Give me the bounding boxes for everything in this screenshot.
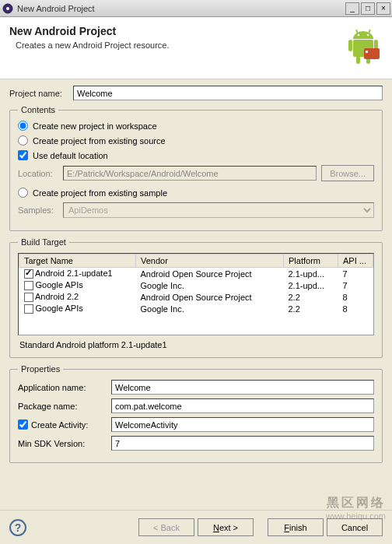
svg-point-9 (358, 34, 360, 37)
target-row[interactable]: Android 2.1-update1 Android Open Source … (19, 268, 373, 280)
project-name-label: Project name: (9, 89, 73, 98)
minimize-button[interactable]: _ (345, 2, 359, 15)
back-button: < Back (138, 518, 194, 536)
dialog-header: New Android Project Creates a new Androi… (0, 17, 392, 79)
radio-existing-source-label: Create project from existing source (33, 136, 166, 146)
package-name-label: Package name: (18, 402, 111, 411)
target-checkbox[interactable] (24, 293, 33, 302)
properties-legend: Properties (18, 364, 63, 374)
package-name-input[interactable] (111, 398, 374, 413)
svg-line-7 (356, 30, 358, 33)
svg-point-1 (6, 7, 9, 10)
build-target-status: Standard Android platform 2.1-update1 (18, 340, 374, 349)
cancel-button[interactable]: Cancel (327, 518, 383, 536)
contents-legend: Contents (18, 105, 58, 114)
target-checkbox[interactable] (24, 304, 33, 314)
samples-label: Samples: (18, 205, 63, 215)
location-input (63, 166, 317, 181)
android-icon (344, 25, 383, 72)
radio-new-workspace-label: Create new project in workspace (33, 121, 157, 131)
col-api[interactable]: API ... (338, 254, 373, 268)
target-row[interactable]: Google APIs Google Inc. 2.2 8 (19, 303, 373, 314)
app-name-input[interactable] (111, 380, 374, 395)
svg-rect-3 (348, 40, 352, 51)
radio-existing-sample[interactable] (18, 188, 28, 198)
radio-new-workspace[interactable] (18, 121, 28, 131)
build-target-group: Build Target Target Name Vendor Platform… (9, 237, 383, 358)
samples-select: ApiDemos (63, 202, 374, 218)
help-icon[interactable]: ? (9, 519, 26, 536)
target-checkbox[interactable] (24, 281, 33, 290)
properties-group: Properties Application name: Package nam… (9, 364, 383, 463)
location-label: Location: (18, 169, 63, 178)
col-target-name[interactable]: Target Name (19, 254, 136, 268)
svg-rect-5 (356, 56, 360, 64)
col-vendor[interactable]: Vendor (136, 254, 284, 268)
svg-rect-11 (364, 48, 380, 59)
svg-line-8 (369, 30, 370, 33)
dialog-footer: ? < Back Next > Finish Cancel (0, 510, 392, 544)
project-name-input[interactable] (73, 86, 383, 100)
build-target-table[interactable]: Target Name Vendor Platform API ... Andr… (18, 253, 374, 335)
svg-rect-12 (366, 51, 368, 53)
min-sdk-label: Min SDK Version: (18, 439, 111, 448)
titlebar: New Android Project _ □ × (0, 0, 392, 17)
page-subtitle: Creates a new Android Project resource. (16, 40, 383, 50)
svg-point-10 (367, 34, 369, 37)
contents-group: Contents Create new project in workspace… (9, 105, 383, 231)
checkbox-default-location[interactable] (18, 150, 28, 160)
maximize-button[interactable]: □ (361, 2, 375, 15)
min-sdk-input[interactable] (111, 436, 374, 451)
finish-button[interactable]: Finish (268, 518, 324, 536)
project-name-row: Project name: (9, 86, 383, 100)
col-platform[interactable]: Platform (284, 254, 338, 268)
eclipse-icon (2, 2, 14, 15)
target-row[interactable]: Android 2.2 Android Open Source Project … (19, 291, 373, 303)
radio-existing-sample-label: Create project from existing sample (33, 188, 167, 198)
checkbox-default-location-label: Use default location (33, 151, 108, 160)
target-checkbox[interactable] (24, 269, 33, 279)
build-target-legend: Build Target (18, 237, 69, 247)
target-row[interactable]: Google APIs Google Inc. 2.1-upd... 7 (19, 279, 373, 291)
create-activity-checkbox[interactable] (18, 419, 28, 430)
app-name-label: Application name: (18, 383, 111, 392)
close-button[interactable]: × (376, 2, 390, 15)
create-activity-label: Create Activity: (31, 420, 88, 430)
browse-button: Browse... (321, 165, 374, 181)
page-title: New Android Project (9, 25, 383, 37)
window-title: New Android Project (17, 4, 345, 13)
radio-existing-source[interactable] (18, 135, 28, 146)
next-button[interactable]: Next > (198, 518, 254, 536)
activity-name-input[interactable] (111, 417, 374, 432)
